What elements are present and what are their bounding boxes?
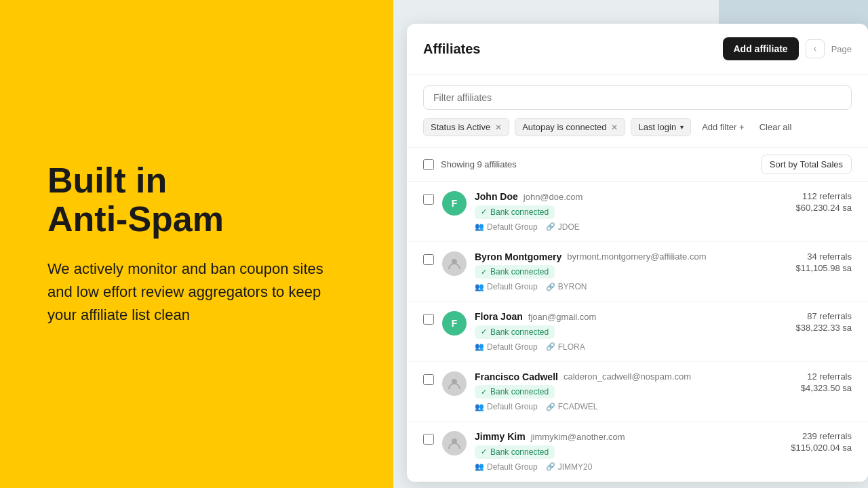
affiliate-meta-0: 👥 Default Group 🔗 JDOE	[475, 222, 755, 232]
referrals-1: 34 referrals	[807, 251, 852, 262]
page-label: Page	[831, 44, 852, 54]
card-title: Affiliates	[423, 41, 480, 57]
card-header: Affiliates Add affiliate ‹ Page	[407, 24, 868, 75]
clear-all-button[interactable]: Clear all	[755, 119, 796, 136]
meta-group-3: 👥 Default Group	[475, 402, 538, 411]
avatar-0: F	[442, 191, 467, 216]
bank-badge-1: Bank connected	[475, 265, 555, 279]
add-filter-button[interactable]: Add filter +	[696, 119, 750, 136]
filter-area: Status is Active ✕ Autopay is connected …	[407, 75, 868, 148]
filter-last-login[interactable]: Last login ▾	[631, 118, 691, 136]
row-checkbox-2[interactable]	[423, 314, 434, 325]
affiliate-email-4: jimmykim@another.com	[531, 432, 625, 442]
group-icon-2: 👥	[475, 342, 484, 351]
affiliate-info-3: Francisco Cadwell calderon_cadwell@nospa…	[475, 371, 755, 412]
remove-autopay-filter[interactable]: ✕	[611, 123, 618, 132]
referrals-4: 239 referrals	[802, 431, 852, 441]
referrals-3: 12 referrals	[807, 371, 852, 382]
affiliate-list: F John Doe john@doe.com Bank connected 👥…	[407, 182, 868, 482]
group-icon-4: 👥	[475, 462, 484, 471]
affiliate-stats-4: 239 referrals $115,020.04 sa	[764, 431, 852, 453]
meta-group-0: 👥 Default Group	[475, 222, 538, 232]
affiliate-meta-4: 👥 Default Group 🔗 JIMMY20	[475, 462, 755, 472]
meta-code-3: 🔗 FCADWEL	[546, 402, 598, 411]
affiliate-stats-1: 34 referrals $11,105.98 sa	[764, 251, 852, 273]
description: We actively monitor and ban coupon sites…	[47, 258, 346, 327]
row-checkbox-0[interactable]	[423, 194, 434, 205]
chevron-down-icon: ▾	[680, 123, 684, 131]
affiliate-name-4: Jimmy Kim	[475, 431, 526, 442]
meta-code-1: 🔗 BYRON	[546, 282, 587, 291]
sales-2: $38,232.33 sa	[796, 323, 852, 333]
meta-code-2: 🔗 FLORA	[546, 342, 585, 352]
affiliate-info-1: Byron Montgomery byrmont.montgomery@affi…	[475, 251, 755, 292]
table-header-row: Showing 9 affiliates Sort by Total Sales	[407, 148, 868, 182]
filter-autopay[interactable]: Autopay is connected ✕	[515, 118, 625, 136]
affiliate-name-2: Flora Joan	[475, 311, 523, 322]
affiliate-name-1: Byron Montgomery	[475, 251, 561, 262]
remove-status-filter[interactable]: ✕	[495, 123, 502, 132]
meta-group-1: 👥 Default Group	[475, 282, 538, 291]
affiliate-email-0: john@doe.com	[524, 192, 583, 202]
bank-badge-4: Bank connected	[475, 445, 555, 459]
affiliate-info-0: John Doe john@doe.com Bank connected 👥 D…	[475, 191, 755, 232]
right-panel: Affiliates Add affiliate ‹ Page Status i…	[393, 0, 868, 488]
table-row: Francisco Cadwell calderon_cadwell@nospa…	[407, 362, 868, 422]
sort-button[interactable]: Sort by Total Sales	[761, 155, 852, 174]
bank-badge-3: Bank connected	[475, 385, 555, 399]
code-icon-3: 🔗	[546, 403, 555, 411]
meta-group-2: 👥 Default Group	[475, 342, 538, 352]
avatar-4	[442, 431, 467, 455]
filter-status[interactable]: Status is Active ✕	[423, 118, 509, 136]
affiliate-info-4: Jimmy Kim jimmykim@another.com Bank conn…	[475, 431, 755, 472]
search-input[interactable]	[423, 85, 852, 110]
referrals-0: 112 referrals	[802, 191, 852, 201]
affiliate-email-1: byrmont.montgomery@affiliate.com	[567, 251, 706, 262]
sales-4: $115,020.04 sa	[791, 443, 852, 453]
row-checkbox-3[interactable]	[423, 374, 434, 385]
meta-code-4: 🔗 JIMMY20	[546, 462, 593, 472]
add-affiliate-button[interactable]: Add affiliate	[723, 37, 799, 60]
headline: Built in Anti-Spam	[47, 161, 346, 239]
sales-3: $4,323.50 sa	[801, 383, 852, 393]
table-row: Jimmy Kim jimmykim@another.com Bank conn…	[407, 422, 868, 482]
table-row: F Flora Joan fjoan@gmail.com Bank connec…	[407, 302, 868, 362]
meta-code-0: 🔗 JDOE	[546, 222, 580, 232]
table-row: F John Doe john@doe.com Bank connected 👥…	[407, 182, 868, 242]
bank-badge-2: Bank connected	[475, 325, 555, 339]
affiliate-meta-1: 👥 Default Group 🔗 BYRON	[475, 282, 755, 291]
affiliate-stats-2: 87 referrals $38,232.33 sa	[764, 311, 852, 333]
affiliate-name-3: Francisco Cadwell	[475, 371, 558, 382]
sales-0: $60,230.24 sa	[796, 203, 852, 213]
code-icon-0: 🔗	[546, 222, 555, 231]
filter-tags: Status is Active ✕ Autopay is connected …	[423, 118, 852, 136]
select-all-checkbox[interactable]	[423, 159, 434, 170]
row-checkbox-1[interactable]	[423, 254, 434, 265]
avatar-2: F	[442, 311, 467, 336]
avatar-3	[442, 371, 467, 396]
code-icon-1: 🔗	[546, 283, 555, 291]
affiliate-email-3: calderon_cadwell@nospam.com	[564, 371, 691, 382]
affiliate-stats-3: 12 referrals $4,323.50 sa	[764, 371, 852, 393]
sales-1: $11,105.98 sa	[796, 263, 852, 273]
affiliate-meta-2: 👥 Default Group 🔗 FLORA	[475, 342, 755, 352]
group-icon-0: 👥	[475, 222, 484, 231]
bank-badge-0: Bank connected	[475, 205, 555, 219]
code-icon-2: 🔗	[546, 342, 555, 351]
table-row: Byron Montgomery byrmont.montgomery@affi…	[407, 242, 868, 302]
nav-prev-button[interactable]: ‹	[806, 39, 825, 58]
affiliate-info-2: Flora Joan fjoan@gmail.com Bank connecte…	[475, 311, 755, 352]
affiliate-email-2: fjoan@gmail.com	[528, 312, 597, 322]
referrals-2: 87 referrals	[807, 311, 852, 321]
group-icon-1: 👥	[475, 283, 484, 291]
affiliate-meta-3: 👥 Default Group 🔗 FCADWEL	[475, 402, 755, 411]
row-checkbox-4[interactable]	[423, 434, 434, 445]
left-panel: Built in Anti-Spam We actively monitor a…	[0, 0, 393, 488]
header-right: Add affiliate ‹ Page	[723, 37, 852, 60]
showing-label: Showing 9 affiliates	[441, 159, 517, 169]
meta-group-4: 👥 Default Group	[475, 462, 538, 472]
group-icon-3: 👥	[475, 403, 484, 411]
affiliate-stats-0: 112 referrals $60,230.24 sa	[764, 191, 852, 213]
app-card: Affiliates Add affiliate ‹ Page Status i…	[407, 24, 868, 482]
code-icon-4: 🔗	[546, 462, 555, 471]
